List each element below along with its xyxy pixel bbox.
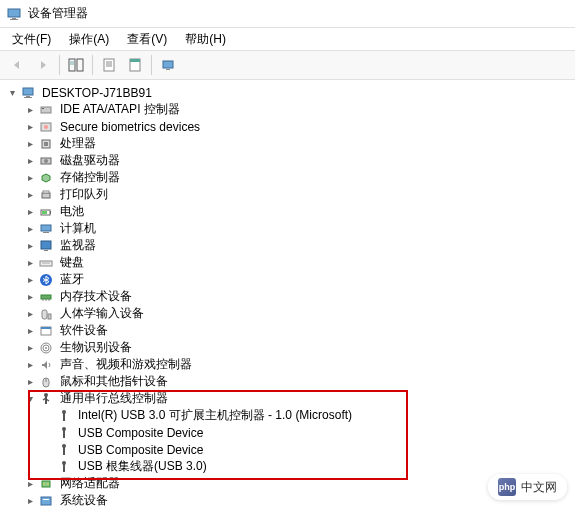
expand-icon[interactable]: ▸ (24, 478, 36, 490)
window-titlebar: 设备管理器 (0, 0, 575, 28)
biometric2-icon (38, 340, 54, 356)
category-item-6[interactable]: ▸电池 (2, 203, 575, 220)
toolbar-separator (92, 55, 93, 75)
category-item-1[interactable]: ▸Secure biometrics devices (2, 118, 575, 135)
category-item-0[interactable]: ▸IDE ATA/ATAPI 控制器 (2, 101, 575, 118)
category-item-9[interactable]: ▸键盘 (2, 254, 575, 271)
expand-icon[interactable]: ▸ (24, 291, 36, 303)
svg-point-63 (47, 483, 49, 485)
device-label: USB Composite Device (76, 442, 205, 458)
storage-icon (38, 170, 54, 186)
expand-icon[interactable]: ▸ (24, 104, 36, 116)
expand-icon[interactable]: ▸ (24, 240, 36, 252)
svg-rect-2 (10, 19, 18, 20)
category-item-15[interactable]: ▸声音、视频和游戏控制器 (2, 356, 575, 373)
svg-rect-14 (166, 69, 170, 70)
back-button[interactable] (4, 53, 30, 77)
expand-icon[interactable]: ▸ (24, 223, 36, 235)
expand-icon[interactable]: ▸ (24, 189, 36, 201)
category-usb-child-0[interactable]: Intel(R) USB 3.0 可扩展主机控制器 - 1.0 (Microso… (2, 407, 575, 424)
window-title: 设备管理器 (28, 5, 88, 22)
svg-rect-18 (41, 107, 51, 113)
usb-icon (56, 442, 72, 458)
battery-icon (38, 204, 54, 220)
collapse-icon[interactable]: ▾ (6, 87, 18, 99)
expand-icon[interactable]: ▸ (24, 121, 36, 133)
svg-rect-42 (42, 310, 47, 319)
category-item-16[interactable]: ▸鼠标和其他指针设备 (2, 373, 575, 390)
monitor-icon (38, 238, 54, 254)
svg-rect-45 (41, 327, 51, 329)
svg-point-48 (45, 347, 47, 349)
toolbar-separator (59, 55, 60, 75)
cpu-icon (38, 136, 54, 152)
collapse-icon[interactable]: ▾ (24, 393, 36, 405)
usb-icon (56, 408, 72, 424)
category-item-14[interactable]: ▸生物识别设备 (2, 339, 575, 356)
scan-button[interactable] (155, 53, 181, 77)
menu-action[interactable]: 操作(A) (61, 29, 117, 50)
device-label: IDE ATA/ATAPI 控制器 (58, 100, 182, 119)
svg-rect-34 (44, 250, 48, 251)
category-item-4[interactable]: ▸存储控制器 (2, 169, 575, 186)
svg-rect-27 (43, 191, 49, 193)
app-icon (6, 6, 22, 22)
category-item-13[interactable]: ▸软件设备 (2, 322, 575, 339)
device-label: 系统设备 (58, 491, 110, 508)
svg-rect-60 (63, 464, 65, 472)
svg-rect-56 (63, 430, 65, 438)
category-item-11[interactable]: ▸内存技术设备 (2, 288, 575, 305)
svg-rect-64 (41, 497, 51, 505)
category-item-10[interactable]: ▸蓝牙 (2, 271, 575, 288)
svg-rect-12 (130, 59, 140, 62)
category-item-5[interactable]: ▸打印队列 (2, 186, 575, 203)
svg-rect-32 (43, 232, 49, 233)
sound-icon (38, 357, 54, 373)
properties-button[interactable] (96, 53, 122, 77)
category-after-1[interactable]: ▸系统设备 (2, 492, 575, 508)
show-hidden-button[interactable] (63, 53, 89, 77)
device-label: Intel(R) USB 3.0 可扩展主机控制器 - 1.0 (Microso… (76, 406, 354, 425)
watermark-text: 中文网 (521, 479, 557, 496)
watermark: php 中文网 (488, 474, 567, 500)
svg-rect-31 (41, 225, 51, 231)
menu-help[interactable]: 帮助(H) (177, 29, 234, 50)
expand-icon[interactable]: ▸ (24, 155, 36, 167)
svg-rect-1 (12, 18, 16, 19)
expand-icon[interactable]: ▸ (24, 274, 36, 286)
device-tree[interactable]: ▾ DESKTOP-J71BB91 ▸IDE ATA/ATAPI 控制器▸Sec… (0, 80, 575, 508)
category-usb-child-3[interactable]: USB 根集线器(USB 3.0) (2, 458, 575, 475)
category-usb-child-2[interactable]: USB Composite Device (2, 441, 575, 458)
help-button[interactable] (122, 53, 148, 77)
category-item-2[interactable]: ▸处理器 (2, 135, 575, 152)
category-item-8[interactable]: ▸监视器 (2, 237, 575, 254)
expand-icon[interactable]: ▸ (24, 308, 36, 320)
svg-rect-23 (44, 142, 48, 146)
svg-rect-30 (42, 211, 47, 214)
expand-icon[interactable]: ▸ (24, 172, 36, 184)
category-usb[interactable]: ▾ 通用串行总线控制器 (2, 390, 575, 407)
expand-icon[interactable]: ▸ (24, 342, 36, 354)
bluetooth-icon (38, 272, 54, 288)
root-node[interactable]: ▾ DESKTOP-J71BB91 (2, 84, 575, 101)
category-usb-child-1[interactable]: USB Composite Device (2, 424, 575, 441)
menu-file[interactable]: 文件(F) (4, 29, 59, 50)
svg-rect-15 (23, 88, 33, 95)
category-item-12[interactable]: ▸人体学输入设备 (2, 305, 575, 322)
expand-icon[interactable]: ▸ (24, 376, 36, 388)
expand-icon[interactable]: ▸ (24, 138, 36, 150)
toolbar (0, 50, 575, 80)
svg-rect-19 (42, 108, 44, 109)
category-item-3[interactable]: ▸磁盘驱动器 (2, 152, 575, 169)
category-item-7[interactable]: ▸计算机 (2, 220, 575, 237)
expand-icon[interactable]: ▸ (24, 359, 36, 371)
menu-view[interactable]: 查看(V) (119, 29, 175, 50)
expand-icon[interactable]: ▸ (24, 325, 36, 337)
expand-icon[interactable]: ▸ (24, 495, 36, 507)
expand-icon[interactable]: ▸ (24, 257, 36, 269)
mouse-icon (38, 374, 54, 390)
forward-button[interactable] (30, 53, 56, 77)
expand-icon[interactable]: ▸ (24, 206, 36, 218)
software-icon (38, 323, 54, 339)
svg-rect-38 (41, 295, 51, 299)
